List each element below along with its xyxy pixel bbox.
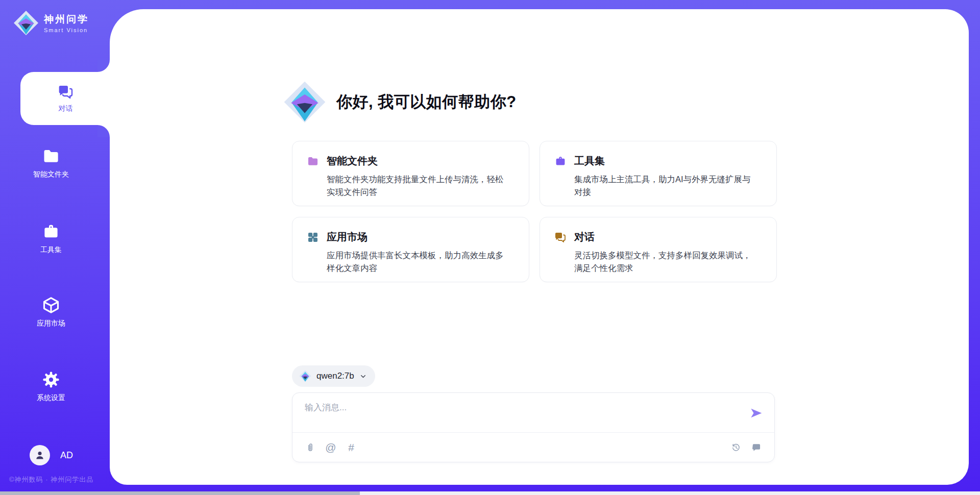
attachment-button[interactable] bbox=[305, 442, 316, 453]
welcome-header: 你好, 我可以如何帮助你? bbox=[283, 81, 517, 123]
chat-bubble-icon bbox=[751, 442, 762, 453]
history-icon bbox=[731, 442, 741, 453]
card-description: 集成市场上主流工具，助力AI与外界无缝扩展与对接 bbox=[574, 173, 762, 199]
brand: 神州问学 Smart Vision bbox=[13, 10, 89, 36]
sidebar: 神州问学 Smart Vision 对话 智能文件夹 工具集 应用市场 系统设置… bbox=[0, 0, 110, 495]
topic-button[interactable]: # bbox=[346, 442, 357, 453]
main-panel: 你好, 我可以如何帮助你? 智能文件夹 智能文件夹功能支持批量文件上传与清洗，轻… bbox=[110, 9, 969, 485]
copyright-text: ©神州数码 · 神州问学出品 bbox=[9, 475, 93, 484]
gear-icon bbox=[42, 370, 60, 389]
toolbox-icon bbox=[42, 222, 60, 241]
horizontal-scrollbar[interactable] bbox=[0, 491, 980, 495]
brand-subtitle: Smart Vision bbox=[44, 27, 89, 33]
card-title: 应用市场 bbox=[327, 230, 368, 244]
model-logo-icon bbox=[299, 370, 311, 382]
sidebar-item-label: 对话 bbox=[59, 104, 73, 113]
chevron-down-icon bbox=[359, 373, 367, 380]
toolbox-icon bbox=[554, 155, 567, 167]
feedback-button[interactable] bbox=[751, 442, 762, 453]
sidebar-item-label: 智能文件夹 bbox=[33, 170, 69, 179]
folder-icon bbox=[307, 155, 319, 167]
tab-curve-bottom bbox=[97, 125, 110, 137]
sidebar-item-chat[interactable]: 对话 bbox=[20, 72, 111, 125]
card-title: 对话 bbox=[574, 230, 595, 244]
welcome-title: 你好, 我可以如何帮助你? bbox=[336, 91, 517, 113]
sidebar-item-settings[interactable]: 系统设置 bbox=[0, 370, 102, 403]
send-button[interactable] bbox=[749, 406, 763, 420]
user-profile[interactable]: AD bbox=[30, 445, 73, 465]
card-app-market[interactable]: 应用市场 应用市场提供丰富长文本模板，助力高效生成多样化文章内容 bbox=[292, 217, 529, 282]
sidebar-item-label: 工具集 bbox=[40, 245, 62, 255]
message-composer: @ # bbox=[292, 392, 775, 462]
at-icon: @ bbox=[325, 442, 336, 453]
folder-icon bbox=[42, 147, 60, 165]
card-description: 灵活切换多模型文件，支持多样回复效果调试，满足个性化需求 bbox=[574, 249, 762, 275]
cube-icon bbox=[42, 296, 60, 314]
user-initials: AD bbox=[60, 450, 73, 461]
feature-cards: 智能文件夹 智能文件夹功能支持批量文件上传与清洗，轻松实现文件问答 工具集 集成… bbox=[292, 141, 777, 282]
card-smart-folder[interactable]: 智能文件夹 智能文件夹功能支持批量文件上传与清洗，轻松实现文件问答 bbox=[292, 141, 529, 206]
card-title: 工具集 bbox=[574, 154, 605, 168]
chat-icon bbox=[58, 84, 74, 100]
scrollbar-thumb[interactable] bbox=[0, 491, 360, 495]
sidebar-item-app-market[interactable]: 应用市场 bbox=[0, 296, 102, 328]
model-name: qwen2:7b bbox=[316, 371, 354, 381]
sidebar-item-toolset[interactable]: 工具集 bbox=[0, 222, 102, 255]
composer-toolbar: @ # bbox=[305, 432, 762, 462]
card-description: 应用市场提供丰富长文本模板，助力高效生成多样化文章内容 bbox=[327, 249, 514, 275]
message-input[interactable] bbox=[292, 393, 774, 432]
card-title: 智能文件夹 bbox=[327, 154, 378, 168]
avatar bbox=[30, 445, 50, 465]
person-icon bbox=[34, 449, 46, 461]
history-button[interactable] bbox=[730, 442, 742, 453]
hash-icon: # bbox=[348, 442, 354, 453]
card-description: 智能文件夹功能支持批量文件上传与清洗，轻松实现文件问答 bbox=[327, 173, 514, 199]
paperclip-icon bbox=[305, 442, 315, 453]
card-chat[interactable]: 对话 灵活切换多模型文件，支持多样回复效果调试，满足个性化需求 bbox=[540, 217, 777, 282]
model-selector[interactable]: qwen2:7b bbox=[292, 365, 375, 387]
brand-name: 神州问学 bbox=[44, 13, 89, 26]
card-toolset[interactable]: 工具集 集成市场上主流工具，助力AI与外界无缝扩展与对接 bbox=[540, 141, 777, 206]
brand-logo-icon bbox=[13, 10, 39, 36]
sidebar-item-smart-folder[interactable]: 智能文件夹 bbox=[0, 147, 102, 179]
sidebar-item-label: 应用市场 bbox=[37, 319, 65, 328]
tab-curve-top bbox=[97, 60, 110, 72]
grid-icon bbox=[307, 231, 319, 243]
send-icon bbox=[749, 406, 763, 420]
welcome-logo-icon bbox=[283, 81, 326, 123]
mention-button[interactable]: @ bbox=[325, 442, 336, 453]
chat-icon bbox=[554, 231, 567, 243]
sidebar-item-label: 系统设置 bbox=[37, 393, 65, 403]
